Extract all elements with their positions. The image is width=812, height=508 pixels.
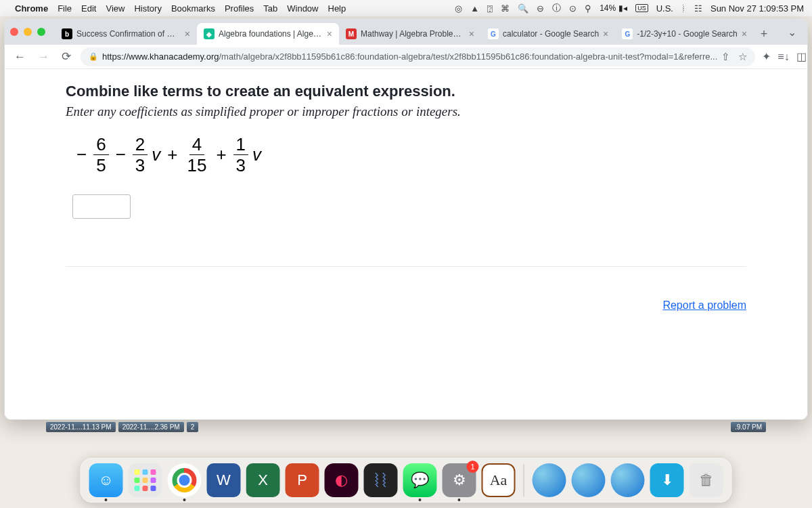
tab-title: calculator - Google Search	[503, 29, 599, 39]
macos-menubar: Chrome File Edit View History Bookmarks …	[0, 0, 812, 16]
report-problem-link[interactable]: Report a problem	[662, 299, 746, 312]
dock-launchpad[interactable]	[129, 463, 162, 497]
reload-button[interactable]: ⟳	[59, 47, 74, 66]
status-icon[interactable]: ▲	[470, 3, 479, 14]
status-icon[interactable]: ⌘	[501, 3, 510, 14]
input-source-label: U.S.	[656, 3, 673, 14]
menu-help[interactable]: Help	[328, 3, 346, 14]
favicon: ◆	[204, 28, 215, 39]
screenshot-thumb[interactable]: 2	[187, 422, 199, 432]
close-tab-icon[interactable]: ×	[469, 28, 474, 39]
window-controls	[10, 28, 45, 36]
screenshot-thumb[interactable]: 2022-11....11.13 PM	[46, 422, 116, 432]
tab-title: Mathway | Algebra Problem So	[361, 29, 465, 39]
dock-globe-app[interactable]	[611, 463, 645, 497]
browser-tab[interactable]: ◆Algebra foundations | Algebra×	[197, 23, 339, 45]
dock-separator	[524, 464, 524, 496]
browser-toolbar: ← → ⟳ 🔒 https://www.khanacademy.org/math…	[5, 45, 807, 69]
browser-tab[interactable]: G-1/2-3y+10 - Google Search×	[615, 23, 754, 45]
answer-input[interactable]	[72, 194, 131, 219]
browser-tab[interactable]: Gcalculator - Google Search×	[481, 23, 615, 45]
tab-title: Algebra foundations | Algebra	[219, 29, 323, 39]
dock-creative-cloud[interactable]: ◐	[325, 463, 359, 497]
tab-title: -1/2-3y+10 - Google Search	[637, 29, 737, 39]
close-window-button[interactable]	[10, 28, 18, 36]
desktop-thumbnails: 2022-11....11.13 PM 2022-11....2.36 PM 2	[46, 422, 198, 432]
close-tab-icon[interactable]: ×	[603, 28, 608, 39]
menu-history[interactable]: History	[134, 3, 161, 14]
dock-globe-app[interactable]	[533, 463, 566, 497]
back-button[interactable]: ←	[12, 47, 28, 66]
maximize-window-button[interactable]	[37, 28, 45, 36]
side-panel-icon[interactable]: ◫	[796, 50, 807, 63]
battery-status[interactable]: 14% ▮◂	[600, 3, 627, 13]
tab-title: Success Confirmation of Ques	[76, 29, 181, 39]
url-text: https://www.khanacademy.org/math/algebra…	[102, 51, 717, 62]
tab-overflow-button[interactable]: ⌄	[782, 26, 802, 39]
status-icon[interactable]: ⍰	[487, 3, 493, 14]
tab-strip: bSuccess Confirmation of Ques×◆Algebra f…	[5, 19, 807, 45]
status-icon[interactable]: ⊙	[569, 3, 577, 14]
clock[interactable]: Sun Nov 27 1:09:53 PM	[710, 3, 804, 14]
menu-bookmarks[interactable]: Bookmarks	[171, 3, 215, 14]
prompt-line-1: Combine like terms to create an equivale…	[66, 83, 746, 100]
dock-messages[interactable]: 💬	[403, 463, 437, 497]
dock-finder[interactable]: ☺	[89, 463, 123, 497]
status-icon[interactable]: ⊖	[537, 3, 544, 14]
dock-chrome[interactable]	[168, 463, 202, 497]
browser-window: bSuccess Confirmation of Ques×◆Algebra f…	[4, 18, 808, 420]
screenshot-thumb[interactable]: 2022-11....2.36 PM	[118, 422, 184, 432]
menu-window[interactable]: Window	[287, 3, 318, 14]
close-tab-icon[interactable]: ×	[742, 28, 747, 39]
search-icon[interactable]: 🔍	[518, 3, 528, 14]
favicon: b	[62, 28, 72, 39]
bookmark-icon[interactable]: ☆	[738, 51, 747, 63]
dock-powerpoint[interactable]: P	[286, 463, 319, 497]
dock-trash[interactable]: 🗑	[690, 463, 723, 497]
dock-downloads[interactable]: ⬇	[650, 463, 684, 497]
share-icon[interactable]: ⇧	[721, 51, 730, 63]
macos-dock: ☺ W X P ◐ ⦚⦚ 💬 ⚙1 Aa ⬇ 🗑	[81, 458, 732, 503]
browser-tab[interactable]: bSuccess Confirmation of Ques×	[55, 23, 197, 45]
lock-icon: 🔒	[89, 52, 98, 61]
prompt-line-2: Enter any coefficients as simplified pro…	[66, 104, 746, 119]
menu-tab[interactable]: Tab	[263, 3, 277, 14]
favicon: G	[488, 28, 499, 39]
menu-view[interactable]: View	[106, 3, 125, 14]
menu-file[interactable]: File	[58, 3, 72, 14]
dock-word[interactable]: W	[207, 463, 241, 497]
dock-dictionary[interactable]: Aa	[482, 463, 516, 497]
screenshot-thumb[interactable]: .9.07 PM	[731, 422, 766, 432]
menu-edit[interactable]: Edit	[81, 3, 96, 14]
dock-app[interactable]: ⦚⦚	[364, 463, 398, 497]
divider	[66, 266, 746, 267]
dock-excel[interactable]: X	[246, 463, 280, 497]
input-source[interactable]: US	[635, 4, 648, 12]
bluetooth-icon[interactable]: ⚲	[585, 3, 591, 14]
page-content: Combine like terms to create an equivale…	[5, 69, 807, 419]
minimize-window-button[interactable]	[24, 28, 32, 36]
wifi-icon[interactable]: ⧘	[681, 3, 686, 14]
status-icon[interactable]: ◎	[455, 3, 462, 14]
favicon: G	[622, 28, 633, 39]
status-icon[interactable]: ⓘ	[552, 2, 561, 14]
extensions-icon[interactable]: ✦	[762, 50, 771, 63]
app-name[interactable]: Chrome	[15, 3, 48, 14]
close-tab-icon[interactable]: ×	[185, 28, 190, 39]
new-tab-button[interactable]: +	[754, 23, 774, 45]
math-expression: − 65 − 23v + 415 + 13v	[72, 135, 746, 174]
control-center-icon[interactable]: ☷	[694, 3, 702, 14]
dock-system-preferences[interactable]: ⚙1	[443, 463, 476, 497]
reading-list-icon[interactable]: ≡↓	[777, 51, 789, 63]
address-bar[interactable]: 🔒 https://www.khanacademy.org/math/algeb…	[81, 47, 755, 66]
forward-button[interactable]: →	[35, 47, 52, 66]
favicon: M	[346, 28, 357, 39]
browser-tab[interactable]: MMathway | Algebra Problem So×	[339, 23, 481, 45]
menu-profiles[interactable]: Profiles	[225, 3, 254, 14]
close-tab-icon[interactable]: ×	[327, 28, 332, 39]
dock-globe-app[interactable]	[572, 463, 606, 497]
